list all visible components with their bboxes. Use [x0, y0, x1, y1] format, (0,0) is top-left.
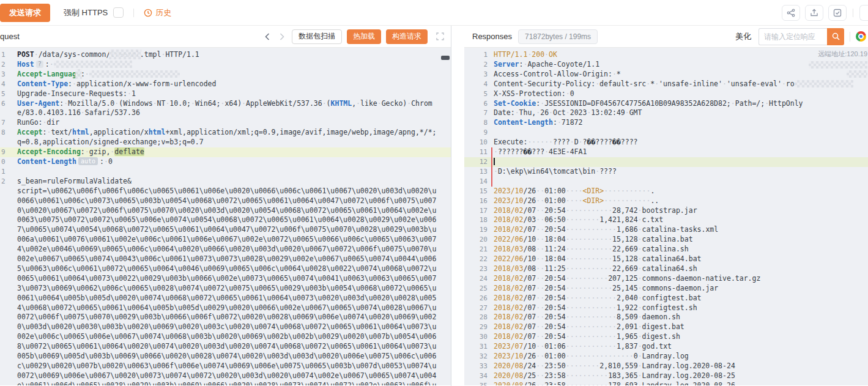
text-cursor — [494, 158, 495, 165]
space-dot: · — [540, 274, 544, 283]
code-token: ············8,509·daemon.sh — [566, 313, 680, 321]
share-button[interactable] — [782, 5, 800, 21]
code-token: :·Mozilla/5.0·(Windows·NT·10.0;·Win64;·x… — [59, 99, 330, 108]
line-number: 5 — [0, 89, 7, 99]
line-number: 4 — [0, 80, 7, 89]
request-editor[interactable]: 1POST·/data/sys-common/treexml.tmpl·HTTP… — [0, 48, 451, 385]
space-dot: · — [604, 371, 608, 380]
line-text: User-Agent:·Mozilla/5.0·(Windows·NT·10.0… — [17, 99, 440, 119]
space-dot: · — [570, 235, 574, 243]
chrome-icon[interactable] — [856, 31, 866, 42]
line-number: 13 — [464, 167, 488, 177]
code-token: 2023/07 — [494, 342, 523, 351]
code-line: 2Host?:· — [0, 60, 451, 70]
code-line: 5X-XSS-Protection:·0 — [464, 89, 868, 99]
response-editor[interactable]: 远端地址:120.19 1HTTP/1.1·200·OK2Server:·Apa… — [464, 48, 868, 385]
next-request-button[interactable] — [277, 32, 287, 42]
export-button[interactable] — [805, 5, 823, 21]
space-dot: · — [579, 313, 583, 321]
packet-scan-button[interactable]: 数据包扫描 — [292, 29, 342, 44]
space-dot: · — [574, 245, 579, 253]
code-token: 2018/02 — [494, 332, 523, 341]
code-token: :·text/ — [43, 128, 73, 136]
history-button[interactable]: 历史 — [144, 7, 171, 18]
response-search-input[interactable] — [759, 28, 827, 45]
code-line: 9 — [464, 128, 868, 138]
space-dot: · — [540, 294, 544, 302]
line-number: 0 — [0, 157, 7, 167]
code-token: /07··20:54 — [523, 332, 565, 341]
line-text: Accept-Language:· — [17, 70, 440, 80]
response-search-button[interactable] — [827, 28, 844, 45]
line-number: 2 — [464, 60, 488, 70]
space-dot: · — [574, 206, 579, 215]
space-dot: · — [608, 196, 612, 205]
line-text: 2018/02/03··06:50········1,421,824·c.txt — [494, 215, 868, 225]
code-line: 282018/02/07··20:54············8,509·dae… — [464, 313, 868, 322]
build-request-button[interactable]: 构造请求 — [386, 29, 428, 44]
code-token: ············1,965·digest.sh — [566, 332, 680, 341]
line-text — [17, 167, 440, 177]
code-token: /07··20:54 — [523, 284, 565, 292]
force-https-checkbox[interactable] — [113, 7, 124, 18]
space-dot: · — [574, 254, 579, 263]
line-text: 2018/02/07··20:54············2,040·confi… — [494, 294, 868, 303]
space-dot: · — [722, 80, 727, 88]
line-text: 2022/06/10··18:04···········15,128·catal… — [494, 235, 868, 245]
space-dot: · — [638, 332, 642, 341]
left-scrollbar-thumb[interactable] — [441, 56, 450, 60]
line-number: 4 — [464, 80, 488, 89]
space-dot: · — [540, 215, 544, 224]
code-line: 4Content-Type:·application/x-www-form-ur… — [0, 80, 451, 89]
code-token: 2018/02 — [494, 284, 523, 292]
code-token: /24··23:50 — [523, 362, 565, 370]
space-dot: · — [540, 322, 544, 331]
beautify-button[interactable]: 美化 — [735, 31, 751, 42]
space-dot: · — [356, 99, 360, 108]
redaction-mosaic — [89, 70, 180, 78]
line-text: Content-Type:·application/x-www-form-url… — [17, 80, 440, 89]
space-dot: · — [579, 215, 583, 224]
space-dot: · — [579, 245, 583, 253]
space-dot: · — [220, 99, 224, 108]
space-dot: · — [540, 342, 544, 351]
line-text: 2020/08/24··23:50········2,810,559·Landr… — [494, 362, 868, 371]
space-dot: · — [638, 322, 642, 331]
select-check-button[interactable] — [828, 5, 847, 21]
line-text: 2023/10/26··01:00················0·Landr… — [494, 352, 868, 362]
clipped-edge-button[interactable] — [859, 5, 868, 21]
code-token: 2018/02 — [494, 274, 523, 283]
space-dot: · — [540, 235, 544, 243]
code-token: :·Apache-Coyote/1.1 — [519, 60, 600, 69]
code-token: ···········15,128·catalina.bat — [566, 235, 693, 243]
space-dot: · — [574, 381, 579, 385]
code-line: 332020/08/24··23:50········2,810,559·Lan… — [464, 362, 868, 371]
line-text: X-XSS-Protection:·0 — [494, 89, 868, 99]
space-dot: · — [574, 225, 579, 234]
code-token: :·application/x-www-form-urlencoded — [68, 80, 216, 88]
space-dot: · — [540, 187, 544, 195]
expand-button[interactable] — [435, 32, 445, 42]
line-text: Upgrade-Insecure-Requests:·1 — [17, 89, 440, 99]
space-dot: · — [612, 332, 617, 341]
code-line: 182018/02/03··06:50········1,421,824·c.t… — [464, 215, 868, 225]
space-dot: · — [604, 381, 608, 385]
space-dot: · — [43, 118, 47, 127]
line-text: HTTP/1.1·200·OK — [494, 50, 868, 60]
prev-request-button[interactable] — [262, 32, 272, 42]
send-request-button[interactable]: 发送请求 — [0, 4, 50, 22]
chevron-right-icon — [279, 33, 285, 40]
space-dot: · — [638, 235, 642, 243]
code-line: 13·D:\ekp\win64\tomcat\bin·???? — [464, 167, 868, 177]
code-line: 302018/02/07··20:54············1,965·dig… — [464, 332, 868, 342]
hot-reload-button[interactable]: 热加载 — [347, 29, 381, 44]
line-number: 12 — [464, 157, 488, 167]
space-dot: · — [570, 381, 574, 385]
line-text: 2018/02/07··20:54··········207,125·commo… — [494, 274, 868, 284]
code-token: Server — [494, 60, 519, 69]
space-dot: · — [515, 108, 519, 117]
auto-badge: auto — [78, 157, 98, 165]
line-number: 15 — [464, 187, 488, 196]
code-token: 2018/02 — [494, 294, 523, 302]
code-token: treexml — [110, 50, 139, 59]
